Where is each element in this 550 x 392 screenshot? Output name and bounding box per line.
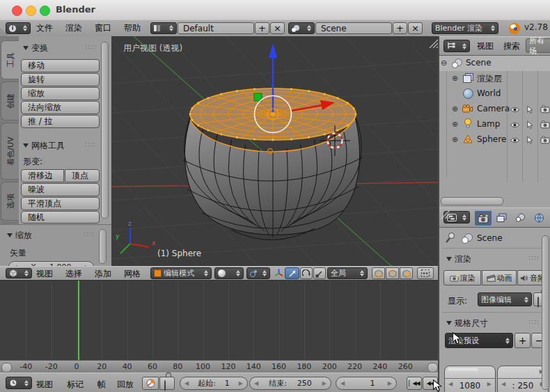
outliner-row-world[interactable]: World	[439, 86, 550, 102]
menu-help[interactable]: 帮助	[124, 22, 141, 34]
visibility-eye-icon[interactable]	[510, 107, 520, 113]
selectability-cursor-icon[interactable]	[526, 120, 533, 130]
pivot-dropdown[interactable]	[246, 267, 270, 279]
scene-selector-icon-button[interactable]	[288, 22, 315, 34]
render-still-button[interactable]: 渲染	[443, 270, 481, 285]
panel-mesh-tools-title[interactable]: 网格工具	[23, 140, 65, 152]
manipulator-toggle-button[interactable]	[273, 267, 285, 279]
timeline-frame-menu[interactable]: 帧	[97, 379, 106, 391]
lock-frame-button[interactable]	[159, 377, 175, 390]
screen-layout-icon-button[interactable]	[150, 22, 177, 34]
visibility-eye-icon[interactable]	[510, 122, 520, 128]
renderability-camera-icon[interactable]	[540, 136, 550, 144]
area-corner-grip[interactable]	[428, 38, 438, 48]
menu-window[interactable]: 窗口	[95, 22, 111, 34]
render-engine-dropdown[interactable]: Blender 渲染	[432, 22, 498, 34]
properties-scrollbar[interactable]	[542, 235, 549, 390]
close-layout-button[interactable]: ×	[270, 22, 285, 34]
outliner-row-scene[interactable]: ⊖ Scene	[439, 56, 550, 71]
orientation-dropdown[interactable]: 全局	[327, 267, 368, 279]
editor-type-button-timeline[interactable]	[6, 377, 32, 389]
viewport-canvas[interactable]: zxy	[111, 36, 439, 266]
tab-scene-properties[interactable]	[512, 210, 528, 225]
smooth-vertex-button[interactable]: 平滑顶点	[21, 197, 100, 210]
mesh-menu[interactable]: 网格	[124, 268, 141, 280]
outliner-filter-dropdown[interactable]: 所有场	[526, 38, 550, 53]
scale-button[interactable]: 缩放	[21, 87, 100, 100]
face-select-button[interactable]	[400, 267, 413, 279]
selectability-cursor-icon[interactable]	[526, 105, 533, 114]
vertex-select-button[interactable]	[372, 267, 385, 279]
timeline-scroll-left-cap[interactable]	[1, 363, 12, 373]
operator-panel-scrollbar[interactable]	[99, 229, 107, 262]
screen-layout-field[interactable]: Default	[178, 22, 254, 34]
pin-icon[interactable]	[445, 232, 456, 244]
tab-tools[interactable]: 工具	[1, 40, 19, 79]
frame-end-slider[interactable]: ▶ ◀: 250▶	[497, 366, 549, 392]
close-window-button[interactable]	[12, 6, 22, 16]
outliner-hscrollbar[interactable]	[441, 197, 503, 205]
outliner-view-menu[interactable]: 视图	[477, 40, 494, 52]
edge-slide-button[interactable]: 滑移边	[21, 169, 64, 182]
select-menu[interactable]: 选择	[65, 268, 82, 280]
menu-file[interactable]: 文件	[36, 22, 53, 34]
area-corner-grip[interactable]	[0, 28, 8, 36]
view-menu[interactable]: 视图	[36, 268, 53, 280]
panel-dimensions-title[interactable]: 规格尺寸	[446, 317, 488, 329]
selectability-cursor-icon[interactable]	[526, 136, 533, 145]
3d-viewport[interactable]: zxy 用户视图 (透视) (1) Sphere	[111, 36, 439, 266]
outliner-row-lamp[interactable]: ⊕ Lamp	[439, 117, 550, 132]
close-scene-button[interactable]: ×	[408, 22, 423, 34]
frame-start-field[interactable]: ◀起始:1▶	[180, 377, 248, 390]
outliner-search-menu[interactable]: 搜索	[503, 40, 520, 52]
add-layout-button[interactable]: +	[255, 22, 269, 34]
minimize-window-button[interactable]	[26, 6, 36, 16]
menu-render[interactable]: 渲染	[65, 22, 82, 34]
add-scene-button[interactable]: +	[393, 22, 407, 34]
tab-create[interactable]: 创建	[1, 81, 19, 120]
noise-button[interactable]: 噪波	[21, 183, 100, 196]
current-frame-marker[interactable]	[78, 281, 79, 361]
randomize-button[interactable]: 随机	[21, 211, 100, 224]
timeline-marker-menu[interactable]: 标记	[67, 379, 84, 391]
breadcrumb[interactable]: Scene	[477, 233, 503, 243]
manipulator-scale-button[interactable]	[313, 267, 326, 279]
timeline-playback-menu[interactable]: 回放	[117, 379, 134, 391]
tab-render-properties[interactable]	[474, 210, 492, 226]
zoom-window-button[interactable]	[40, 6, 50, 16]
expand-icon[interactable]: ⊕	[452, 120, 458, 129]
jump-to-start-button[interactable]: ▏◀◀	[407, 377, 422, 390]
editor-type-button-3dview[interactable]	[6, 268, 32, 279]
manipulator-rotate-button[interactable]	[300, 267, 313, 279]
mode-dropdown[interactable]: 编辑模式	[150, 267, 212, 279]
collapse-icon[interactable]: ⊖	[441, 58, 447, 68]
shading-dropdown[interactable]	[214, 267, 244, 279]
timeline-ruler[interactable]: -40-200204060801001201401601802002202402…	[0, 360, 439, 373]
expand-icon[interactable]: ⊕	[452, 74, 458, 83]
panel-transform-title[interactable]: 变换	[23, 42, 48, 54]
resolution-y-slider[interactable]: ◀1080▶	[444, 366, 496, 392]
edge-select-button[interactable]	[386, 267, 399, 279]
render-animation-button[interactable]: 动画	[482, 270, 517, 285]
visibility-eye-icon[interactable]	[510, 137, 520, 143]
occlude-geometry-button[interactable]	[417, 267, 434, 279]
rotate-button[interactable]: 旋转	[21, 73, 100, 86]
vertex-slide-button[interactable]: 顶点	[65, 169, 100, 182]
renderability-camera-icon[interactable]	[540, 105, 550, 113]
push-pull-button[interactable]: 推 / 拉	[21, 115, 100, 128]
add-preset-button[interactable]: +	[514, 333, 531, 348]
outliner-row-sphere[interactable]: ⊕ Sphere	[439, 132, 550, 148]
tab-render-layers-properties[interactable]	[493, 210, 510, 225]
current-frame-field[interactable]: ◀1▶	[336, 377, 397, 390]
area-corner-grip[interactable]	[440, 209, 450, 219]
add-menu[interactable]: 添加	[95, 268, 111, 280]
av-sync-button[interactable]	[142, 377, 159, 390]
outliner-row-render-layers[interactable]: ⊕ 渲染层	[439, 71, 550, 86]
operator-panel-title[interactable]: 缩放	[7, 230, 32, 242]
frame-end-field[interactable]: ◀结束:250▶	[249, 377, 331, 390]
toolshelf-scrollbar[interactable]	[101, 42, 109, 217]
scene-name-field[interactable]: Scene	[315, 22, 392, 34]
expand-icon[interactable]: ⊕	[452, 104, 458, 113]
renderability-camera-icon[interactable]	[540, 120, 550, 129]
outliner-row-camera[interactable]: ⊕ Camera	[439, 102, 550, 117]
